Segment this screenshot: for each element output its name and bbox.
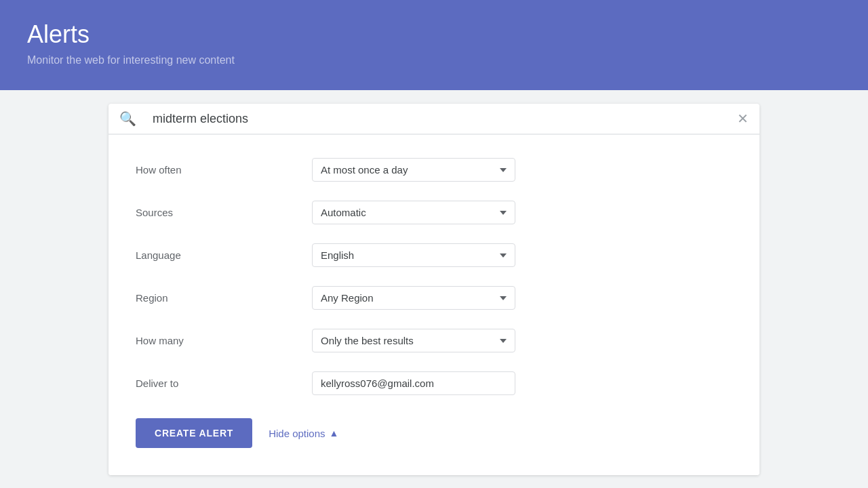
how-many-row: How many Only the best results All resul… <box>136 319 732 362</box>
how-often-label: How often <box>136 164 312 176</box>
deliver-to-row: Deliver to <box>136 362 732 405</box>
region-row: Region Any Region United States United K… <box>136 277 732 319</box>
region-select[interactable]: Any Region United States United Kingdom … <box>312 286 515 310</box>
options-panel: How often As-it-happens At most once a d… <box>108 134 760 475</box>
how-many-select[interactable]: Only the best results All results <box>312 329 515 352</box>
how-often-select[interactable]: As-it-happens At most once a day At most… <box>312 158 515 182</box>
how-many-label: How many <box>136 335 312 346</box>
page-subtitle: Monitor the web for interesting new cont… <box>27 54 841 66</box>
how-often-row: How often As-it-happens At most once a d… <box>136 148 732 191</box>
hide-options-label: Hide options <box>269 428 325 439</box>
deliver-to-label: Deliver to <box>136 378 312 389</box>
header: Alerts Monitor the web for interesting n… <box>0 0 868 90</box>
search-input[interactable] <box>153 112 729 126</box>
create-alert-button[interactable]: CREATE ALERT <box>136 418 252 448</box>
language-row: Language Any Language English Spanish Fr… <box>136 234 732 277</box>
language-select[interactable]: Any Language English Spanish French Germ… <box>312 243 515 267</box>
main-panel: 🔍 ✕ How often As-it-happens At most once… <box>108 104 760 475</box>
language-label: Language <box>136 249 312 261</box>
clear-icon[interactable]: ✕ <box>737 110 749 127</box>
actions-row: CREATE ALERT Hide options ▲ <box>136 405 732 455</box>
page-title: Alerts <box>27 20 841 49</box>
chevron-up-icon: ▲ <box>330 428 339 439</box>
region-label: Region <box>136 292 312 304</box>
search-bar: 🔍 ✕ <box>108 104 760 134</box>
sources-label: Sources <box>136 207 312 218</box>
search-icon: 🔍 <box>119 110 136 127</box>
deliver-to-input[interactable] <box>312 371 515 395</box>
sources-row: Sources Automatic News Blogs Web Video B… <box>136 191 732 234</box>
sources-select[interactable]: Automatic News Blogs Web Video Books Dis… <box>312 201 515 224</box>
hide-options-link[interactable]: Hide options ▲ <box>269 428 338 439</box>
